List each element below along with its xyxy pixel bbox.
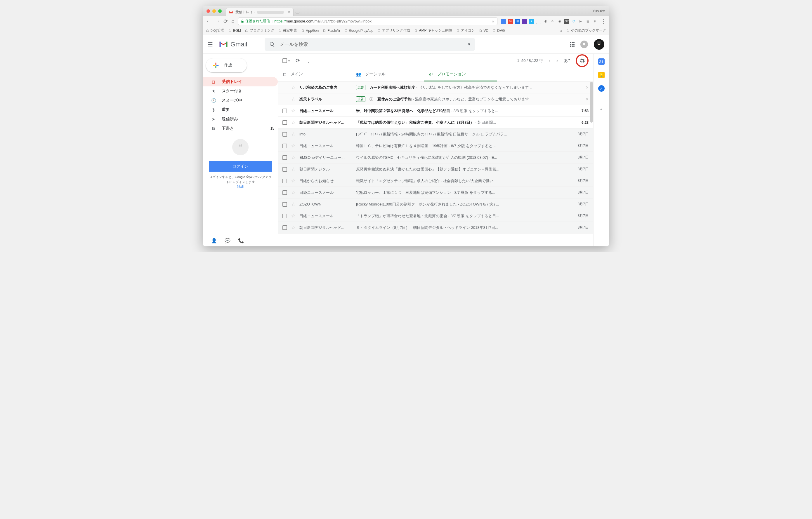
row-checkbox[interactable] — [283, 144, 287, 148]
row-checkbox[interactable] — [283, 167, 287, 172]
bookmark-star-icon[interactable]: ☆ — [491, 19, 495, 23]
star-icon[interactable]: ☆ — [291, 96, 295, 102]
email-row[interactable]: ☆日経ニュースメール米、対中関税第２弾を23日発動へ 化学品など279品目 - … — [278, 105, 593, 117]
hangouts-detail-link[interactable]: 詳細 — [237, 185, 243, 188]
phone-icon[interactable]: 📞 — [238, 238, 244, 243]
calendar-icon[interactable]: 31 — [598, 58, 605, 65]
ad-row[interactable]: ☆楽天トラベル広告ⓘ夏休みのご旅行予約 - 温泉宿や家族向けホテルなど、豊富なプ… — [278, 93, 593, 105]
row-checkbox[interactable] — [283, 202, 287, 207]
star-icon[interactable]: ☆ — [291, 166, 295, 172]
tab-tag[interactable]: 🏷プロモーション — [424, 68, 497, 82]
search-options-icon[interactable]: ▾ — [468, 41, 470, 47]
add-addon-icon[interactable]: + — [598, 106, 605, 112]
row-checkbox[interactable] — [283, 132, 287, 136]
dismiss-icon[interactable]: × — [586, 97, 588, 102]
star-icon[interactable]: ☆ — [291, 190, 295, 195]
dismiss-icon[interactable]: × — [586, 85, 588, 90]
home-button[interactable]: ⌂ — [231, 18, 235, 24]
settings-gear-icon[interactable] — [576, 54, 588, 67]
ext-icon[interactable] — [501, 19, 506, 24]
email-row[interactable]: ☆info[ﾓﾊﾞｹﾞｰ]ｺﾐｭﾆﾃｨ更新情報 - 24時間以内のｺﾐｭﾆﾃｨ更… — [278, 128, 593, 140]
bookmarks-overflow[interactable]: » — [560, 29, 562, 33]
row-checkbox[interactable] — [283, 214, 287, 218]
browser-tab[interactable]: 受信トレイ - × — [226, 8, 294, 16]
other-bookmarks[interactable]: 🗀その他のブックマーク — [567, 28, 606, 33]
input-method[interactable]: あ▾ — [564, 58, 570, 63]
tab-people[interactable]: 👥ソーシャル — [351, 68, 424, 82]
ext-icon[interactable]: OFF — [564, 19, 569, 24]
info-icon[interactable]: ⓘ — [370, 97, 373, 102]
row-checkbox[interactable] — [283, 155, 287, 160]
bookmark-item[interactable]: 🗀BGM — [228, 29, 241, 33]
star-icon[interactable]: ☆ — [291, 120, 295, 125]
hangouts-login-button[interactable]: ログイン — [209, 161, 272, 172]
chrome-menu-icon[interactable]: ⋮ — [601, 18, 606, 25]
email-row[interactable]: ☆EMSOneデイリーニュー...ウイルス感染のTSMC、セキュリティ強化に米政… — [278, 152, 593, 163]
window-minimize[interactable] — [212, 9, 216, 13]
bookmark-item[interactable]: 🗋アイコン — [456, 28, 475, 33]
star-icon[interactable]: ☆ — [291, 155, 295, 160]
nav-inbox[interactable]: ◻受信トレイ — [203, 77, 278, 86]
nav-send[interactable]: ➤送信済み — [203, 115, 278, 124]
more-icon[interactable]: ⋮ — [306, 58, 311, 64]
tab-close-icon[interactable]: × — [288, 10, 290, 14]
email-row[interactable]: ☆日経ニュースメール宅配ロッカー、１家に１つ 三菱地所は完備マンション - 8/… — [278, 187, 593, 199]
apps-icon[interactable] — [570, 42, 575, 47]
star-icon[interactable]: ☆ — [291, 213, 295, 219]
email-row[interactable]: ☆朝日新聞デジタルヘッド...「現状では納采の儀行えない」秋篠宮ご夫妻、小室さん… — [278, 117, 593, 128]
contacts-icon[interactable]: 👤 — [211, 238, 217, 243]
ext-icon[interactable]: 31 — [508, 19, 513, 24]
forward-button[interactable]: → — [215, 18, 220, 24]
star-icon[interactable]: ☆ — [291, 143, 295, 149]
nav-draft[interactable]: 🗎下書き15 — [203, 124, 278, 133]
bookmark-item[interactable]: 🗋FlashAir — [323, 29, 340, 33]
star-icon[interactable]: ☆ — [291, 108, 295, 114]
email-row[interactable]: ☆日経ニュースメール「トランプ砲」が照準合わせた避暑地・北戴河の密会 - 8/7… — [278, 210, 593, 222]
bookmark-item[interactable]: 🗋アプリリンク作成 — [377, 28, 410, 33]
search-input[interactable] — [280, 42, 463, 47]
reload-button[interactable]: ⟳ — [224, 18, 228, 25]
nav-star[interactable]: ★スター付き — [203, 86, 278, 96]
bookmark-item[interactable]: 🗋AMP キャッシュ削除 — [414, 28, 452, 33]
bookmark-item[interactable]: 🗋AppGen — [301, 29, 319, 33]
ext-icon[interactable] — [522, 19, 527, 24]
email-row[interactable]: ☆朝日新聞デジタルヘッド...８・６タイムライン（8月7日） - 朝日新聞デジタ… — [278, 222, 593, 234]
row-checkbox[interactable] — [283, 225, 287, 230]
ext-icon[interactable]: ▶ — [578, 19, 583, 24]
tab-inbox[interactable]: ◻メイン — [278, 68, 351, 82]
email-row[interactable]: ☆日経ニュースメール韓国ＬＧ、テレビ向け有機ＥＬを４割増産 19年計画 - 8/… — [278, 140, 593, 152]
row-checkbox[interactable] — [283, 120, 287, 125]
ext-icon[interactable]: ⊞ — [515, 19, 520, 24]
nav-clock[interactable]: 🕓スヌーズ中 — [203, 96, 278, 105]
bookmark-item[interactable]: 🗀プログラミング — [245, 28, 274, 33]
account-avatar[interactable] — [594, 39, 604, 50]
email-row[interactable]: ☆ZOZOTOWN[Rocky Monroe]1,000円分の割引クーポンが発行… — [278, 199, 593, 210]
window-zoom[interactable] — [218, 9, 222, 13]
window-close[interactable] — [206, 9, 210, 13]
tasks-icon[interactable]: ✓ — [598, 85, 605, 92]
ext-icon[interactable]: ⟳ — [550, 19, 555, 24]
new-tab-button[interactable]: ▭ — [295, 9, 300, 15]
compose-button[interactable]: 作成 — [206, 58, 247, 72]
refresh-icon[interactable]: ⟳ — [296, 58, 300, 64]
star-icon[interactable]: ☆ — [291, 202, 295, 207]
hangouts-chat-icon[interactable]: 💬 — [225, 238, 230, 243]
star-icon[interactable]: ☆ — [291, 131, 295, 137]
row-checkbox[interactable] — [283, 190, 287, 195]
prev-page-icon[interactable]: ‹ — [549, 58, 550, 63]
star-icon[interactable]: ☆ — [291, 225, 295, 230]
nav-important[interactable]: ❯重要 — [203, 105, 278, 115]
email-row[interactable]: ☆日経からのお知らせ転職サイト「エグゼクティブ転職」求人のご紹介 - 社会貢献し… — [278, 175, 593, 187]
select-all[interactable]: ▾ — [283, 58, 290, 63]
star-icon[interactable]: ☆ — [291, 85, 295, 90]
row-checkbox[interactable] — [283, 109, 287, 113]
ext-icon[interactable]: ⬓ — [585, 19, 590, 24]
ext-icon[interactable]: ◐ — [543, 19, 548, 24]
row-checkbox[interactable] — [283, 179, 287, 183]
ext-icon[interactable]: ⊗ — [592, 19, 597, 24]
url-box[interactable]: 保護された通信 | https://mail.google.com/mail/u… — [238, 18, 497, 25]
ext-icon[interactable]: ◉ — [557, 19, 562, 24]
keep-icon[interactable]: 💡 — [598, 72, 605, 78]
notifications-icon[interactable] — [580, 40, 588, 48]
bookmark-item[interactable]: 🗋DVG — [492, 29, 505, 33]
